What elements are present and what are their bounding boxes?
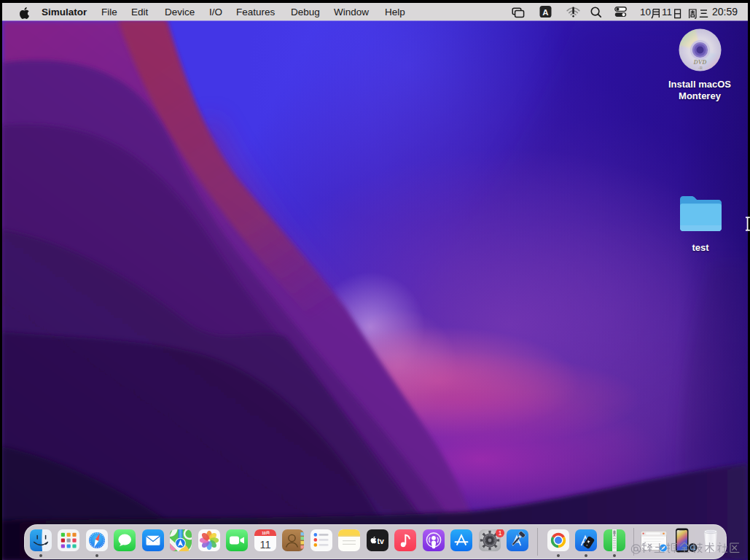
svg-text:10: 10 bbox=[262, 531, 266, 535]
svg-text:11: 11 bbox=[259, 539, 270, 551]
svg-text:-R: -R bbox=[698, 66, 703, 70]
svg-text:A: A bbox=[542, 8, 548, 17]
svg-text:DVD: DVD bbox=[693, 58, 707, 66]
svg-text:tv: tv bbox=[377, 537, 383, 545]
svg-text:1: 1 bbox=[498, 529, 501, 537]
